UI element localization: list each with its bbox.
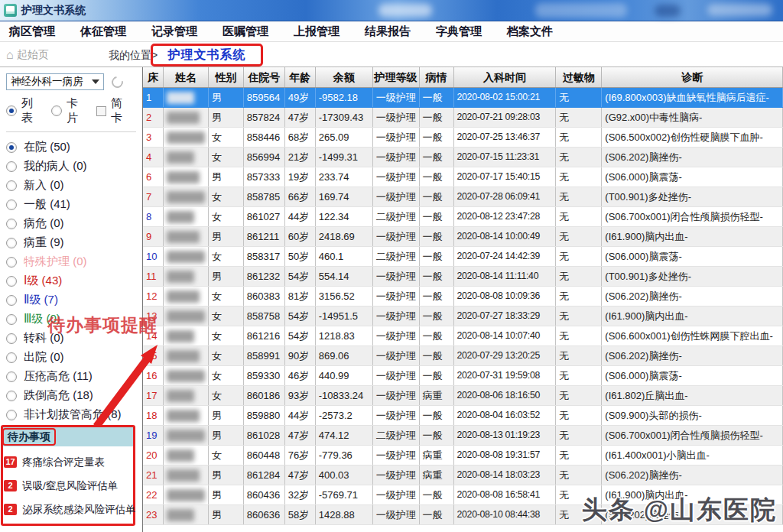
column-header-11[interactable]: 诊断 (602, 67, 783, 87)
table-row[interactable]: 20女86044876岁-779.36一级护理病重2020-08-08 19:3… (143, 446, 783, 466)
current-page-highlight-box[interactable]: 护理文书系统 (151, 44, 263, 66)
sidebar-filter-item[interactable]: 特殊护理 (0) (5, 252, 142, 271)
table-row[interactable]: 19男86102847岁474.12二级护理一般2020-08-13 01:19… (143, 426, 783, 446)
sidebar-filter-item[interactable]: 压疮高危 (11) (5, 367, 142, 386)
gender-cell: 女 (209, 307, 244, 326)
radio-view-mode[interactable] (6, 105, 17, 116)
radio-icon (6, 200, 17, 210)
condition-cell: 病重 (420, 446, 454, 465)
balance-cell: 169.74 (316, 187, 373, 206)
table-row[interactable]: 8女86102744岁122.34二级护理一般2020-08-12 23:47:… (143, 207, 783, 227)
gender-cell: 女 (209, 446, 244, 465)
gender-cell: 女 (209, 366, 244, 385)
sidebar-filter-item[interactable]: 新入 (0) (5, 176, 142, 195)
table-row[interactable]: 18男85988044岁-2573.2一级护理一般2020-08-04 16:0… (143, 406, 783, 426)
table-row[interactable]: 15女85899190岁869.06一级护理一般2020-07-29 13:20… (143, 346, 783, 366)
menu-item-8[interactable]: 档案文件 (507, 24, 553, 39)
radio-view-mode[interactable] (51, 105, 62, 116)
menu-item-7[interactable]: 字典管理 (436, 24, 482, 39)
ward-select-dropdown[interactable]: 神经外科一病房 (6, 73, 104, 90)
radio-icon (6, 161, 17, 172)
column-header-2[interactable]: 姓名 (164, 67, 209, 87)
sidebar-filter-item[interactable]: 跌倒高危 (18) (5, 386, 142, 405)
sidebar-filter-item[interactable]: Ⅰ级 (43) (5, 271, 142, 290)
todo-panel-title: 待办事项 (2, 428, 56, 446)
gender-cell: 女 (209, 247, 244, 266)
name-cell (164, 108, 209, 127)
table-body: 1男85956449岁-9582.18一级护理一般2020-08-02 15:0… (143, 88, 783, 525)
menu-item-1[interactable]: 病区管理 (9, 24, 55, 39)
condition-cell: 一般 (420, 247, 454, 266)
table-row[interactable]: 1男85956449岁-9582.18一级护理一般2020-08-02 15:0… (143, 88, 783, 108)
redacted-name-blur (167, 390, 194, 402)
table-row[interactable]: 7女85878566岁169.74一级护理一般2020-07-28 06:09:… (143, 187, 783, 207)
table-row[interactable]: 9男86121160岁2418.69一级护理一般2020-08-14 10:00… (143, 227, 783, 247)
table-row[interactable]: 10女85831750岁460.1二级护理一般2020-07-24 14:42:… (143, 247, 783, 267)
table-row[interactable]: 4女85699421岁-1499.31一级护理一般2020-07-15 11:2… (143, 148, 783, 167)
column-header-7[interactable]: 护理等级 (373, 67, 420, 87)
column-header-5[interactable]: 年龄 (285, 67, 316, 87)
column-header-10[interactable]: 过敏物 (556, 67, 602, 87)
admit-time-cell: 2020-08-08 10:09:36 (454, 287, 557, 306)
todo-item[interactable]: 17疼痛综合评定量表 (3, 450, 133, 474)
table-row[interactable]: 11男86123254岁554.14一级护理一般2020-08-14 11:11… (143, 267, 783, 287)
app-title: 护理文书系统 (21, 4, 86, 18)
sidebar-filter-item[interactable]: 病危 (0) (5, 214, 142, 233)
todo-item[interactable]: 2泌尿系统感染风险评估单 (3, 498, 133, 521)
table-row[interactable]: 6男85733319岁233.74一级护理一般2020-07-17 15:40:… (143, 167, 783, 187)
table-row[interactable]: 14女86121654岁1218.83一级护理一般2020-08-14 10:0… (143, 326, 783, 346)
menu-item-5[interactable]: 上报管理 (294, 24, 340, 39)
sidebar-filter-item[interactable]: Ⅱ级 (7) (5, 290, 142, 310)
admission-no-cell: 860448 (244, 446, 285, 465)
sidebar-filter-item[interactable]: 出院 (0) (5, 348, 142, 367)
refresh-icon[interactable] (109, 74, 125, 90)
column-header-1[interactable]: 床 (143, 67, 164, 87)
bed-cell: 9 (143, 227, 164, 246)
column-header-9[interactable]: 入科时间 (454, 67, 557, 87)
table-row[interactable]: 12女86038381岁3156.52一级护理一般2020-08-08 10:0… (143, 287, 783, 307)
sidebar-filter-item[interactable]: 在院 (50) (5, 138, 142, 157)
balance-cell: -9582.18 (316, 88, 373, 107)
bed-cell: 20 (143, 446, 164, 465)
column-header-4[interactable]: 住院号 (244, 67, 285, 87)
table-row[interactable]: 2男85782447岁-17309.43一级护理一般2020-07-21 09:… (143, 108, 783, 128)
bed-cell: 18 (143, 406, 164, 425)
diagnosis-cell: (T00.901)多处挫伤- (602, 267, 783, 286)
patient-table: 床姓名性别住院号年龄余额护理等级病情入科时间过敏物诊断 1男85956449岁-… (142, 67, 783, 532)
column-header-3[interactable]: 性别 (209, 67, 244, 87)
todo-item[interactable]: 2误吸/窒息风险评估单 (3, 474, 133, 498)
redacted-name-blur (167, 489, 205, 501)
view-mode-label: 列表 (21, 96, 44, 125)
menu-item-4[interactable]: 医嘱管理 (223, 24, 268, 39)
column-header-6[interactable]: 余额 (316, 67, 373, 87)
sidebar-filter-item[interactable]: 非计划拔管高危 (8) (5, 405, 142, 424)
table-row[interactable]: 21男86128447岁400.03一级护理病重2020-08-14 18:03… (143, 466, 783, 485)
admission-no-cell: 860186 (244, 386, 285, 405)
condition-cell: 一般 (420, 505, 454, 524)
gender-cell: 男 (209, 88, 244, 107)
sidebar-filter-item[interactable]: 病重 (9) (5, 233, 142, 252)
table-row[interactable]: 13女85875854岁-14951.5一级护理一般2020-07-27 18:… (143, 307, 783, 326)
sidebar-filter-item[interactable]: 我的病人 (0) (5, 157, 142, 176)
table-row[interactable]: 17女86018693岁-10833.24一级护理病重2020-08-06 18… (143, 386, 783, 406)
sidebar-filter-item[interactable]: 一般 (41) (5, 195, 142, 214)
diagnosis-cell: (I61.900)脑内出血- (602, 307, 783, 326)
menu-item-3[interactable]: 记录管理 (151, 24, 197, 39)
table-row[interactable]: 3女85844668岁265.09一级护理一般2020-07-25 13:46:… (143, 128, 783, 148)
allergy-cell: 无 (556, 267, 602, 286)
name-cell (164, 307, 209, 326)
name-cell (164, 366, 209, 385)
column-header-8[interactable]: 病情 (420, 67, 454, 87)
condition-cell: 一般 (420, 406, 454, 425)
redacted-name-blur (167, 271, 194, 283)
filter-label: 在院 (50) (24, 140, 70, 154)
home-tab-label: 起始页 (17, 48, 49, 62)
name-cell (164, 466, 209, 485)
menu-item-6[interactable]: 结果报告 (365, 24, 411, 39)
home-tab[interactable]: ⌂ 起始页 (6, 48, 49, 62)
checkbox-view-mode[interactable] (96, 106, 106, 116)
table-row[interactable]: 16女85933046岁440.99一级护理一般2020-07-31 19:59… (143, 366, 783, 386)
diagnosis-cell: (S06.202)脑挫伤- (602, 287, 783, 306)
name-cell (164, 326, 209, 345)
menu-item-2[interactable]: 体征管理 (80, 24, 126, 39)
